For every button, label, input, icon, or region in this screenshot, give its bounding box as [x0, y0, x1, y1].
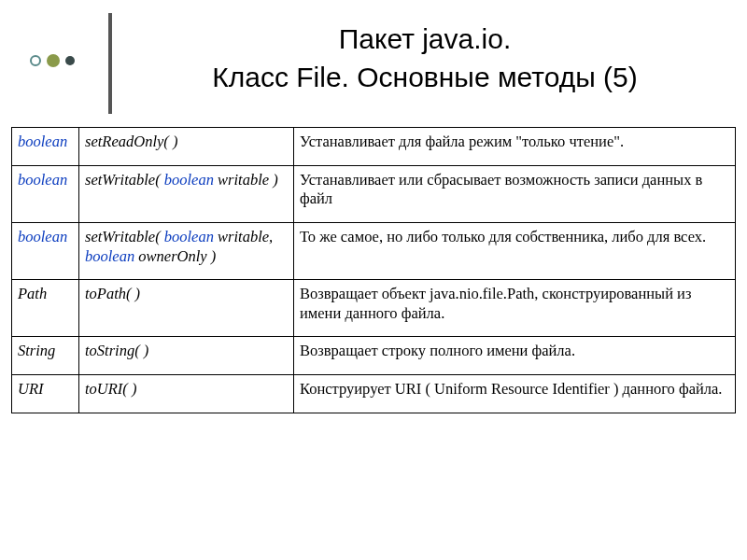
method-description: Конструирует URI ( Uniform Resource Iden… [294, 375, 736, 413]
return-type: String [18, 342, 55, 359]
return-type: URI [18, 380, 44, 398]
return-type: boolean [18, 133, 67, 150]
title-line-2: Класс File. Основные методы (5) [212, 62, 638, 92]
page-title: Пакет java.io. Класс File. Основные мето… [131, 21, 719, 96]
method-signature: toURI( ) [85, 380, 136, 398]
methods-table: boolean setReadOnly( ) Устанавливает для… [11, 127, 736, 413]
table-row: boolean setWritable( boolean writable ) … [12, 165, 736, 222]
table-row: URI toURI( ) Конструирует URI ( Uniform … [12, 375, 736, 413]
vertical-divider [108, 13, 112, 114]
return-type: boolean [18, 228, 67, 245]
method-description: Возвращает строку полного имени файла. [294, 337, 736, 375]
method-description: Устанавливает или сбрасывает возможность… [294, 165, 736, 222]
dot-icon [65, 56, 75, 65]
return-type: Path [18, 285, 47, 302]
return-type: boolean [18, 171, 67, 189]
method-description: То же самое, но либо только для собствен… [294, 222, 736, 279]
slide: Пакет java.io. Класс File. Основные мето… [0, 0, 747, 560]
table-row: boolean setReadOnly( ) Устанавливает для… [12, 128, 736, 166]
table-row: String toString( ) Возвращает строку пол… [12, 337, 736, 375]
method-description: Возвращает объект java.nio.file.Path, ск… [294, 280, 736, 337]
title-line-1: Пакет java.io. [339, 23, 512, 54]
method-signature: setReadOnly( ) [85, 133, 177, 150]
method-signature: toPath( ) [85, 285, 140, 302]
decorative-dots [30, 54, 75, 67]
dot-icon [47, 54, 60, 67]
method-description: Устанавливает для файла режим "только чт… [294, 128, 736, 166]
dot-icon [30, 55, 41, 66]
method-signature: setWritable( boolean writable, boolean o… [79, 222, 294, 279]
table-row: boolean setWritable( boolean writable, b… [12, 222, 736, 279]
method-signature: toString( ) [85, 342, 148, 359]
method-signature: setWritable( boolean writable ) [79, 165, 294, 222]
table-row: Path toPath( ) Возвращает объект java.ni… [12, 280, 736, 337]
